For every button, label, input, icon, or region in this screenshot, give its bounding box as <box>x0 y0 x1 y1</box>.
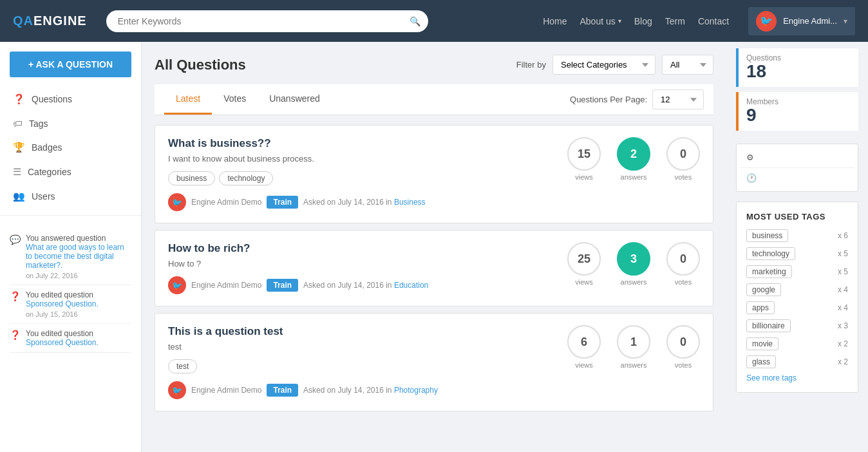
user-area[interactable]: 🐦 Engine Admi... ▾ <box>748 7 855 35</box>
tag-icon: 🏷 <box>13 118 23 129</box>
question-author: Engine Admin Demo <box>191 386 261 395</box>
sidebar-item-label: Categories <box>28 167 71 177</box>
tab-votes[interactable]: Votes <box>212 84 258 115</box>
category-link[interactable]: Education <box>394 281 428 290</box>
tag[interactable]: business <box>168 171 215 185</box>
search-button[interactable]: 🔍 <box>410 16 420 26</box>
tab-latest[interactable]: Latest <box>164 84 212 115</box>
avatar: 🐦 <box>168 276 186 294</box>
question-author: Engine Admin Demo <box>191 198 261 207</box>
activity-link[interactable]: What are good ways to learn to become th… <box>26 243 124 270</box>
tag-name[interactable]: movie <box>746 337 778 350</box>
tag-item: google x 4 <box>746 283 848 296</box>
nav-term[interactable]: Term <box>665 16 685 26</box>
views-stat: 15 views <box>567 137 601 181</box>
avatar-icon: 🐦 <box>760 15 773 27</box>
activity-item: ❓ You edited question Sponsored Question… <box>10 324 131 353</box>
train-badge: Train <box>267 279 298 292</box>
activity-text: You edited question <box>26 290 93 299</box>
nav-blog[interactable]: Blog <box>634 16 652 26</box>
tag[interactable]: test <box>168 359 197 373</box>
question-card: What is business?? I want to know about … <box>155 125 713 223</box>
category-link[interactable]: Photography <box>394 386 438 395</box>
header: QAENGINE 🔍 Home About us ▾ Blog Term Con… <box>0 0 868 42</box>
activity-section: 💬 You answered question What are good wa… <box>0 222 141 359</box>
tag-count: x 2 <box>838 339 848 348</box>
nav-contact[interactable]: Contact <box>698 16 729 26</box>
left-sidebar: + ASK A QUESTION ❓ Questions 🏷 Tags 🏆 Ba… <box>0 42 142 452</box>
answers-count: 2 <box>617 137 650 171</box>
tag-name[interactable]: business <box>746 229 788 242</box>
nav-about-us[interactable]: About us ▾ <box>580 16 621 26</box>
search-bar: 🔍 <box>106 10 428 32</box>
avatar: 🐦 <box>756 11 777 32</box>
votes-stat: 0 votes <box>666 325 700 369</box>
tag-name[interactable]: google <box>746 283 781 296</box>
sidebar-item-badges[interactable]: 🏆 Badges <box>0 135 141 160</box>
per-page-area: Questions Per Page: 12 <box>570 89 704 109</box>
sidebar-item-label: Badges <box>32 142 62 153</box>
main-nav: Home About us ▾ Blog Term Contact <box>543 16 729 26</box>
all-filter-select[interactable]: All <box>662 55 713 75</box>
history-action[interactable]: 🕐 <box>740 168 854 188</box>
question-title[interactable]: How to be rich? <box>168 242 567 255</box>
tag-name[interactable]: apps <box>746 301 775 314</box>
tag-count: x 6 <box>838 231 848 240</box>
question-author: Engine Admin Demo <box>191 281 261 290</box>
views-stat: 25 views <box>567 242 601 286</box>
page-title: All Questions <box>155 57 246 73</box>
answers-stat: 2 answers <box>617 137 650 181</box>
question-icon: ❓ <box>10 291 21 301</box>
question-icon: ❓ <box>10 330 21 340</box>
answers-stat: 3 answers <box>617 242 650 286</box>
answers-label: answers <box>621 361 647 369</box>
nav-home[interactable]: Home <box>543 16 567 26</box>
per-page-label: Questions Per Page: <box>570 95 647 104</box>
question-meta: 🐦 Engine Admin Demo Train Asked on July … <box>168 381 567 399</box>
tag-name[interactable]: marketing <box>746 265 792 278</box>
see-more-tags-link[interactable]: See more tags <box>746 373 848 382</box>
per-page-select[interactable]: 12 <box>652 89 704 109</box>
tag-item: apps x 4 <box>746 301 848 314</box>
ask-question-button[interactable]: + ASK A QUESTION <box>10 52 131 77</box>
tab-unanswered[interactable]: Unanswered <box>258 84 332 115</box>
tag-item: marketing x 5 <box>746 265 848 278</box>
most-used-tags-title: MOST USED TAGS <box>746 212 848 221</box>
asked-in: Asked on July 14, 2016 in Education <box>303 281 428 290</box>
sidebar-item-categories[interactable]: ☰ Categories <box>0 160 141 184</box>
categories-icon: ☰ <box>13 166 21 178</box>
question-title[interactable]: What is business?? <box>168 137 567 150</box>
views-count: 6 <box>567 325 601 359</box>
clock-icon: 🕐 <box>746 173 757 183</box>
category-link[interactable]: Business <box>394 198 426 207</box>
tag-name[interactable]: glass <box>746 355 776 368</box>
votes-stat: 0 votes <box>666 242 700 286</box>
tag-count: x 5 <box>838 267 848 276</box>
filter-label: Filter by <box>516 60 546 70</box>
question-title[interactable]: This is a question test <box>168 325 567 338</box>
stats-panel: Questions 18 Members 9 <box>736 48 858 131</box>
activity-date: on July 22, 2016 <box>26 272 131 279</box>
sidebar-item-users[interactable]: 👥 Users <box>0 184 141 209</box>
filter-area: Filter by Select Categories All <box>516 55 713 75</box>
answers-count: 3 <box>617 242 650 276</box>
activity-link[interactable]: Sponsored Question. <box>26 338 99 347</box>
tag-count: x 4 <box>838 285 848 294</box>
activity-item: 💬 You answered question What are good wa… <box>10 229 131 285</box>
tag-name[interactable]: technology <box>746 247 795 260</box>
tabs-bar: Latest Votes Unanswered Questions Per Pa… <box>155 84 713 115</box>
activity-text: You edited question <box>26 329 93 338</box>
question-card: This is a question test test test 🐦 Engi… <box>155 313 713 411</box>
category-filter-select[interactable]: Select Categories <box>552 55 656 75</box>
sidebar-item-tags[interactable]: 🏷 Tags <box>0 111 141 135</box>
tag-item: billionaire x 3 <box>746 319 848 332</box>
train-badge: Train <box>267 384 298 397</box>
sidebar-item-questions[interactable]: ❓ Questions <box>0 87 141 111</box>
settings-action[interactable]: ⚙ <box>740 147 854 168</box>
tag-name[interactable]: billionaire <box>746 319 791 332</box>
activity-link[interactable]: Sponsored Question. <box>26 299 99 308</box>
tag[interactable]: technology <box>219 171 273 185</box>
search-input[interactable] <box>106 10 428 32</box>
views-label: views <box>575 278 593 286</box>
badge-icon: 🏆 <box>13 142 25 153</box>
